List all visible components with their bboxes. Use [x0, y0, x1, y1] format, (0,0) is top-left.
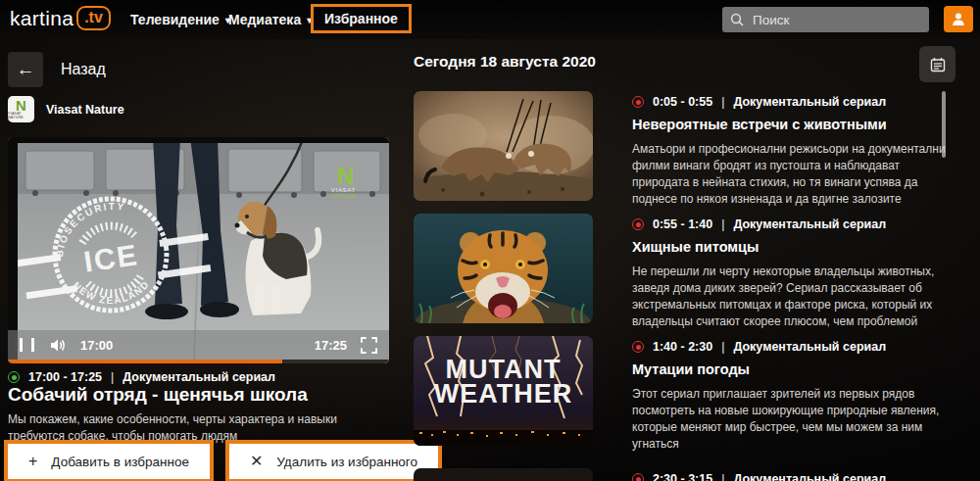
- search-input[interactable]: [751, 12, 911, 28]
- schedule-item-4-text: 2:30 - 3:15 | Документальный сериал: [632, 468, 948, 481]
- schedule-item-1-meta: 0:05 - 0:55 | Документальный сериал: [632, 95, 948, 109]
- fullscreen-icon: [361, 337, 377, 354]
- schedule-item-4-meta: 2:30 - 3:15 | Документальный сериал: [632, 472, 948, 481]
- add-favorite-highlight-box: + Добавить в избранное: [4, 440, 214, 481]
- nav-item-television[interactable]: Телевидение ▾: [130, 0, 230, 39]
- schedule-date-title: Сегодня 18 августа 2020: [414, 53, 596, 71]
- add-to-favorites-button[interactable]: + Добавить в избранное: [8, 444, 210, 479]
- thumbnail-dark-room[interactable]: [414, 468, 593, 481]
- thumbnail-tiger[interactable]: [414, 214, 593, 323]
- thumbnail-oryx-fight[interactable]: [414, 91, 593, 201]
- schedule-item-1-title: Невероятные встречи с животными: [632, 117, 948, 132]
- mutant-weather-text: MUTANT WEATHER: [414, 358, 593, 407]
- user-icon: [952, 12, 965, 26]
- channel-logo-subtext: VIASAT NATURE: [8, 112, 34, 120]
- schedule-item-3-category: Документальный сериал: [733, 340, 886, 354]
- current-program-category: Документальный сериал: [122, 370, 275, 384]
- remove-from-favorites-label: Удалить из избранного: [276, 455, 417, 469]
- back-button[interactable]: ←: [8, 52, 43, 87]
- schedule-item-3-description: Этот сериал приглашает зрителей из первы…: [632, 386, 948, 453]
- svg-text:NATURE: NATURE: [331, 193, 356, 199]
- record-icon: [632, 341, 644, 353]
- calendar-button[interactable]: [919, 46, 956, 82]
- channel-logo: N VIASAT NATURE: [8, 96, 34, 122]
- live-now-icon: [8, 371, 20, 383]
- schedule-item-2-text: 0:55 - 1:40 | Документальный сериал Хищн…: [632, 214, 948, 330]
- logo-brand-text: kartina: [10, 7, 74, 30]
- fullscreen-button[interactable]: [361, 337, 377, 354]
- current-program-time: 17:00 - 17:25: [28, 370, 102, 384]
- schedule-item-4-category: Документальный сериал: [733, 472, 886, 481]
- schedule-item-1[interactable]: 0:05 - 0:55 | Документальный сериал Неве…: [414, 91, 956, 208]
- schedule-item-2-time: 0:55 - 1:40: [653, 217, 712, 231]
- schedule-item-1-description: Аматьори и професионални режисьори на до…: [632, 141, 948, 208]
- record-icon: [632, 96, 644, 108]
- progress-fill: [8, 360, 282, 363]
- oryx-fight-image: [414, 91, 593, 201]
- schedule-item-3-text: 1:40 - 2:30 | Документальный сериал Мута…: [632, 336, 948, 453]
- plus-icon: +: [28, 454, 37, 469]
- schedule-item-1-text: 0:05 - 0:55 | Документальный сериал Неве…: [632, 91, 948, 208]
- pause-icon[interactable]: [20, 338, 34, 352]
- channel-row[interactable]: N VIASAT NATURE Viasat Nature: [8, 96, 124, 122]
- channel-logo-letter: N: [16, 99, 26, 112]
- svg-text:N: N: [337, 163, 354, 189]
- nav-favorites-label: Избранное: [324, 11, 398, 26]
- back-label: Назад: [61, 61, 106, 78]
- player-current-time: 17:00: [80, 338, 113, 353]
- search-box[interactable]: [722, 7, 929, 32]
- nav-television-label: Телевидение: [130, 12, 220, 27]
- favorites-actions: + Добавить в избранное ✕ Удалить из избр…: [4, 440, 442, 481]
- channel-name: Viasat Nature: [46, 103, 124, 117]
- top-navigation-bar: kartina .tv Телевидение ▾ Медиатека ▾ Из…: [0, 0, 980, 39]
- schedule-item-2-title: Хищные питомцы: [632, 239, 948, 255]
- player-progress-bar[interactable]: [8, 360, 389, 363]
- add-to-favorites-label: Добавить в избранное: [51, 455, 189, 469]
- nav-item-mediateka[interactable]: Медиатека ▾: [228, 0, 312, 39]
- current-program-title: Собачий отряд - щенячья школа: [8, 384, 308, 406]
- kartina-tv-logo[interactable]: kartina .tv: [10, 6, 111, 30]
- search-icon: [730, 13, 744, 26]
- player-end-time: 17:25: [315, 338, 347, 353]
- video-player[interactable]: ICE BIOSECURITY NEW ZEALAND N VIASAT NAT…: [8, 137, 389, 363]
- schedule-item-2[interactable]: 0:55 - 1:40 | Документальный сериал Хищн…: [414, 214, 956, 330]
- thumbnail-mutant-weather[interactable]: MUTANT WEATHER: [414, 336, 593, 446]
- remove-favorite-highlight-box: ✕ Удалить из избранного: [225, 440, 442, 481]
- schedule-item-2-meta: 0:55 - 1:40 | Документальный сериал: [632, 217, 948, 231]
- schedule-item-3[interactable]: MUTANT WEATHER 1:40 - 2:30 | Документаль…: [414, 336, 956, 453]
- current-program-meta: 17:00 - 17:25 | Документальный сериал: [8, 370, 275, 384]
- schedule-item-2-description: Не перешли ли черту некоторые владельцы …: [632, 264, 948, 330]
- logo-tv-badge: .tv: [76, 6, 111, 30]
- record-icon: [632, 218, 644, 230]
- schedule-item-3-time: 1:40 - 2:30: [653, 340, 712, 354]
- schedule-item-3-meta: 1:40 - 2:30 | Документальный сериал: [632, 340, 948, 354]
- close-icon: ✕: [250, 454, 263, 469]
- player-controls-bar: 17:00 17:25: [8, 330, 389, 360]
- calendar-icon: [930, 57, 946, 72]
- user-account-button[interactable]: [944, 6, 973, 32]
- schedule-item-2-category: Документальный сериал: [733, 217, 886, 231]
- record-icon: [632, 473, 644, 481]
- nav-mediateka-label: Медиатека: [228, 12, 301, 27]
- remove-from-favorites-button[interactable]: ✕ Удалить из избранного: [229, 444, 438, 479]
- schedule-item-3-title: Мутации погоды: [632, 361, 948, 377]
- schedule-item-1-category: Документальный сериал: [733, 95, 886, 109]
- schedule-item-4-time: 2:30 - 3:15: [653, 472, 712, 481]
- nav-item-favorites-highlighted[interactable]: Избранное: [311, 4, 412, 33]
- volume-icon[interactable]: [50, 338, 67, 353]
- back-arrow-icon: ←: [17, 59, 35, 80]
- schedule-item-1-time: 0:05 - 0:55: [653, 95, 712, 109]
- tiger-image: [414, 214, 593, 323]
- schedule-item-4-partial[interactable]: 2:30 - 3:15 | Документальный сериал: [414, 468, 956, 481]
